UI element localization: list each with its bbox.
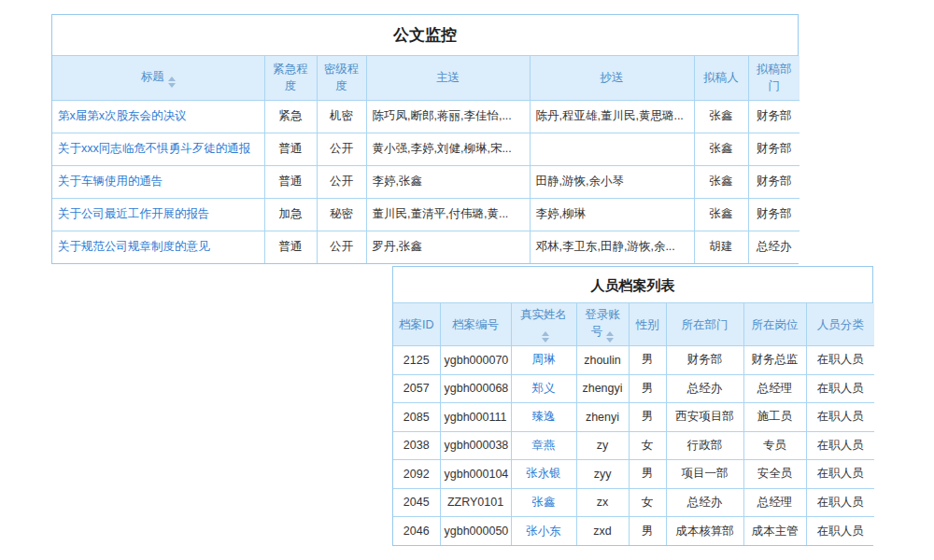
category-cell: 在职人员 bbox=[806, 460, 874, 489]
doc-row: 关于xxx同志临危不惧勇斗歹徒的通报 普通 公开 黄小强,李婷,刘健,柳琳,宋.… bbox=[52, 133, 800, 165]
col-header-real-name[interactable]: 真实姓名 bbox=[511, 303, 576, 346]
urgency-cell: 加急 bbox=[264, 198, 317, 231]
real-name-link[interactable]: 张小东 bbox=[526, 525, 561, 538]
personnel-row: 2092 ygbh000104 张永银 zyy 男 项目一部 安全员 在职人员 bbox=[393, 460, 874, 489]
post-cell: 成本主管 bbox=[743, 517, 806, 546]
doc-title-cell: 关于公司最近工作开展的报告 bbox=[52, 198, 264, 231]
real-name-link[interactable]: 臻逸 bbox=[532, 410, 556, 423]
real-name-cell: 周琳 bbox=[511, 346, 576, 375]
post-cell: 专员 bbox=[743, 431, 806, 460]
main-send-cell: 董川民,董清平,付伟璐,黄... bbox=[366, 198, 530, 231]
col-header-secrecy: 密级程度 bbox=[317, 56, 366, 100]
gender-cell: 男 bbox=[629, 517, 666, 546]
secrecy-cell: 公开 bbox=[317, 133, 366, 165]
post-cell: 安全员 bbox=[743, 460, 806, 489]
col-header-title[interactable]: 标题 bbox=[52, 56, 264, 100]
doc-title-cell: 关于xxx同志临危不惧勇斗歹徒的通报 bbox=[52, 133, 264, 165]
dept-cell: 项目一部 bbox=[666, 460, 743, 489]
category-cell: 在职人员 bbox=[806, 374, 874, 403]
account-cell: zhengyi bbox=[576, 374, 629, 403]
col-header-account-label: 登录账号 bbox=[585, 308, 620, 338]
account-cell: zhenyi bbox=[576, 403, 629, 432]
archive-code-cell: ZZRY0101 bbox=[440, 488, 511, 517]
col-header-drafter: 拟稿人 bbox=[694, 56, 748, 100]
account-cell: zxd bbox=[576, 517, 629, 546]
personnel-row: 2038 ygbh000038 章燕 zy 女 行政部 专员 在职人员 bbox=[393, 431, 874, 460]
doc-monitor-title: 公文监控 bbox=[52, 15, 798, 56]
copy-send-cell: 田静,游恢,余小琴 bbox=[530, 165, 694, 198]
account-cell: zy bbox=[576, 431, 629, 460]
secrecy-cell: 秘密 bbox=[317, 198, 366, 231]
doc-row: 关于规范公司规章制度的意见 普通 公开 罗丹,张鑫 邓林,李卫东,田静,游恢,余… bbox=[52, 231, 800, 263]
personnel-row: 2085 ygbh000111 臻逸 zhenyi 男 西安项目部 施工员 在职… bbox=[393, 403, 874, 432]
doc-title-link[interactable]: 关于规范公司规章制度的意见 bbox=[58, 240, 210, 253]
real-name-cell: 张永银 bbox=[511, 460, 576, 489]
col-header-real-name-label: 真实姓名 bbox=[520, 308, 567, 321]
real-name-link[interactable]: 郑义 bbox=[532, 382, 556, 395]
secrecy-cell: 机密 bbox=[317, 100, 366, 133]
personnel-header-row: 档案ID 档案编号 真实姓名 登录账号 性别 所在部门 所在岗位 人员分类 bbox=[393, 303, 874, 346]
real-name-link[interactable]: 周琳 bbox=[532, 353, 556, 366]
col-header-post: 所在岗位 bbox=[743, 303, 806, 346]
doc-monitor-table: 标题 紧急程度 密级程度 主送 抄送 拟稿人 拟稿部门 第x届第x次股东会的决议… bbox=[52, 56, 800, 263]
col-header-category: 人员分类 bbox=[806, 303, 874, 346]
sort-icon[interactable] bbox=[606, 331, 614, 343]
real-name-link[interactable]: 张永银 bbox=[526, 467, 561, 480]
main-send-cell: 黄小强,李婷,刘健,柳琳,宋... bbox=[366, 133, 530, 165]
dept-cell: 西安项目部 bbox=[666, 403, 743, 432]
real-name-cell: 章燕 bbox=[511, 431, 576, 460]
draft-dept-cell: 财务部 bbox=[748, 165, 800, 198]
personnel-row: 2045 ZZRY0101 张鑫 zx 女 总经办 总经理 在职人员 bbox=[393, 488, 874, 517]
archive-id-cell: 2038 bbox=[393, 431, 440, 460]
archive-code-cell: ygbh000104 bbox=[440, 460, 511, 489]
col-header-gender: 性别 bbox=[629, 303, 666, 346]
col-header-dept: 所在部门 bbox=[666, 303, 743, 346]
post-cell: 总经理 bbox=[743, 488, 806, 517]
col-header-urgency: 紧急程度 bbox=[264, 56, 317, 100]
col-header-archive-code: 档案编号 bbox=[440, 303, 511, 346]
archive-id-cell: 2085 bbox=[393, 403, 440, 432]
col-header-title-label: 标题 bbox=[141, 70, 164, 83]
copy-send-cell bbox=[530, 133, 694, 165]
category-cell: 在职人员 bbox=[806, 488, 874, 517]
category-cell: 在职人员 bbox=[806, 403, 874, 432]
drafter-cell: 张鑫 bbox=[694, 133, 748, 165]
real-name-cell: 郑义 bbox=[511, 374, 576, 403]
copy-send-cell: 李婷,柳琳 bbox=[530, 198, 694, 231]
personnel-archive-table: 档案ID 档案编号 真实姓名 登录账号 性别 所在部门 所在岗位 人员分类 21… bbox=[393, 303, 874, 545]
category-cell: 在职人员 bbox=[806, 346, 874, 375]
dept-cell: 财务部 bbox=[666, 346, 743, 375]
doc-title-cell: 第x届第x次股东会的决议 bbox=[52, 100, 264, 133]
col-header-account[interactable]: 登录账号 bbox=[576, 303, 629, 346]
gender-cell: 男 bbox=[629, 460, 666, 489]
col-header-copy-send: 抄送 bbox=[530, 56, 694, 100]
real-name-link[interactable]: 章燕 bbox=[532, 439, 556, 452]
doc-title-link[interactable]: 关于xxx同志临危不惧勇斗歹徒的通报 bbox=[58, 142, 250, 155]
urgency-cell: 普通 bbox=[264, 133, 317, 165]
real-name-link[interactable]: 张鑫 bbox=[532, 496, 556, 509]
gender-cell: 女 bbox=[629, 431, 666, 460]
gender-cell: 男 bbox=[629, 403, 666, 432]
personnel-row: 2046 ygbh000050 张小东 zxd 男 成本核算部 成本主管 在职人… bbox=[393, 517, 874, 546]
post-cell: 施工员 bbox=[743, 403, 806, 432]
draft-dept-cell: 总经办 bbox=[748, 231, 800, 263]
doc-title-cell: 关于规范公司规章制度的意见 bbox=[52, 231, 264, 263]
personnel-archive-title: 人员档案列表 bbox=[393, 267, 872, 303]
sort-icon[interactable] bbox=[542, 331, 549, 343]
archive-id-cell: 2057 bbox=[393, 374, 440, 403]
secrecy-cell: 公开 bbox=[317, 231, 366, 263]
doc-title-link[interactable]: 关于车辆使用的通告 bbox=[58, 175, 163, 188]
col-header-draft-dept: 拟稿部门 bbox=[748, 56, 800, 100]
dept-cell: 总经办 bbox=[666, 374, 743, 403]
archive-id-cell: 2092 bbox=[393, 460, 440, 489]
gender-cell: 男 bbox=[629, 346, 666, 375]
doc-row: 关于车辆使用的通告 普通 公开 李婷,张鑫 田静,游恢,余小琴 张鑫 财务部 bbox=[52, 165, 800, 198]
personnel-row: 2125 ygbh000070 周琳 zhoulin 男 财务部 财务总监 在职… bbox=[393, 346, 874, 375]
archive-id-cell: 2125 bbox=[393, 346, 440, 375]
main-send-cell: 罗丹,张鑫 bbox=[366, 231, 530, 263]
doc-title-link[interactable]: 第x届第x次股东会的决议 bbox=[58, 109, 187, 122]
urgency-cell: 紧急 bbox=[264, 100, 317, 133]
doc-title-link[interactable]: 关于公司最近工作开展的报告 bbox=[58, 207, 210, 220]
drafter-cell: 张鑫 bbox=[694, 198, 748, 231]
sort-icon[interactable] bbox=[168, 77, 176, 88]
